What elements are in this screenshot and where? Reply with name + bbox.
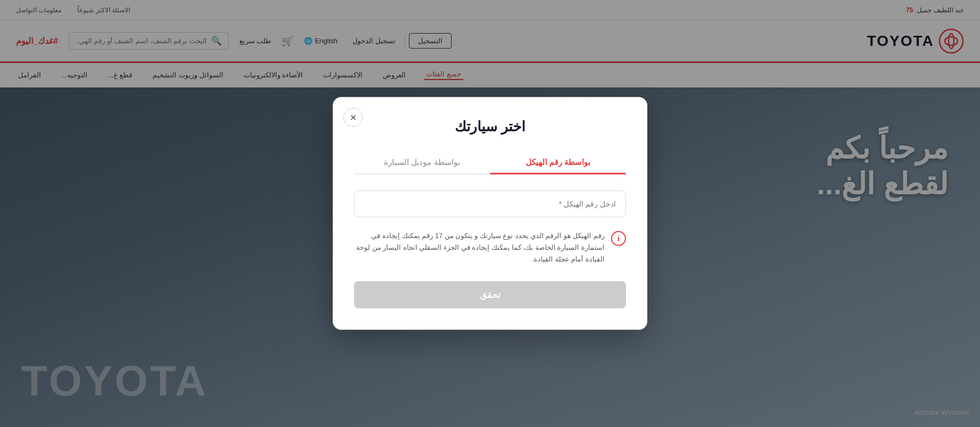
tab-vin[interactable]: بواسطة رقم الهيكل <box>490 151 626 173</box>
modal-title: اختر سيارتك <box>354 118 626 135</box>
tab-model[interactable]: بواسطة موديل السيارة <box>354 151 490 173</box>
close-icon: ✕ <box>350 112 357 122</box>
vin-input[interactable] <box>354 191 626 217</box>
info-section: i رقم الهيكل هو الرقم الذي يحدد نوع سيار… <box>354 230 626 265</box>
modal-tabs: بواسطة رقم الهيكل بواسطة موديل السيارة <box>354 151 626 175</box>
modal-close-button[interactable]: ✕ <box>343 108 363 127</box>
vin-input-wrapper <box>354 191 626 217</box>
car-select-modal: ✕ اختر سيارتك بواسطة رقم الهيكل بواسطة م… <box>333 97 647 330</box>
info-text: رقم الهيكل هو الرقم الذي يحدد نوع سيارتك… <box>354 230 605 265</box>
info-icon: i <box>611 231 626 246</box>
submit-button[interactable]: تحقق <box>354 281 626 309</box>
